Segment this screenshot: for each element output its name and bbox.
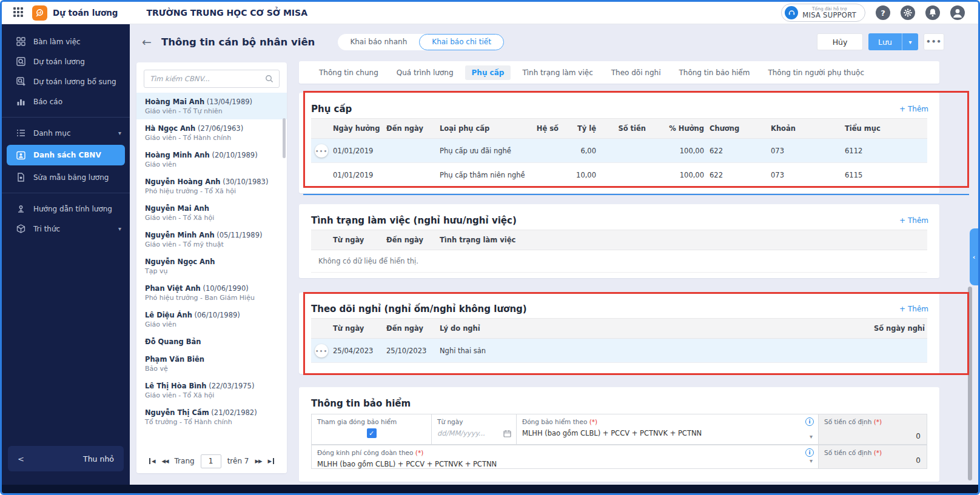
- pagination-prev-icon[interactable]: ◀◀: [161, 458, 168, 464]
- section-bao-hiem: Thông tin bảo hiểm Tham gia đóng bảo hiể…: [299, 387, 939, 482]
- sidebar-item-danh-muc[interactable]: Danh mục ▾: [2, 123, 130, 143]
- pagination-last-icon[interactable]: ▶: [268, 458, 275, 464]
- section-title: Theo dõi nghỉ (nghỉ ốm/nghỉ không lương): [311, 304, 527, 314]
- list-item[interactable]: Nguyễn Ngọc Anh Tạp vụ: [136, 253, 287, 279]
- save-split-button[interactable]: Lưu ▾: [868, 33, 918, 50]
- add-allowance-button[interactable]: + Thêm: [899, 105, 928, 113]
- catalog-list-icon: [16, 128, 25, 138]
- sidebar-item-sua-mau-bang-luong[interactable]: Sửa mẫu bảng lương: [2, 167, 130, 187]
- sidebar-item-ban-lam-viec[interactable]: Bàn làm việc: [2, 32, 130, 51]
- list-item[interactable]: Phạm Văn Biên Bảo vệ: [136, 350, 287, 377]
- calendar-icon[interactable]: [503, 430, 511, 439]
- fixed-amount-input[interactable]: 0: [916, 432, 921, 440]
- save-options-chevron-icon[interactable]: ▾: [902, 33, 918, 50]
- sidebar-item-du-toan-luong-bo-sung[interactable]: Dự toán lương bổ sung: [2, 71, 130, 91]
- info-icon[interactable]: i: [805, 417, 814, 426]
- panel-collapse-handle[interactable]: ‹: [970, 228, 978, 285]
- sidebar-collapse-button[interactable]: < Thu nhỏ: [8, 446, 124, 471]
- sidebar-item-huong-dan-tinh-luong[interactable]: Hướng dẫn tính lương: [2, 199, 130, 219]
- save-button[interactable]: Lưu: [868, 33, 902, 50]
- tab-phu-cap[interactable]: Phụ cấp: [465, 65, 511, 80]
- field-label: Số tiền cố định (*): [824, 449, 921, 456]
- chevron-left-icon: ‹: [973, 253, 976, 261]
- insurance-checkbox[interactable]: ✓: [367, 428, 377, 438]
- sidebar-item-du-toan-luong[interactable]: Dự toán lương: [2, 51, 130, 71]
- tab-thong-tin-bao-hiem[interactable]: Thông tin bảo hiểm: [672, 65, 756, 80]
- knowledge-cube-icon: [16, 224, 25, 234]
- sidebar-item-label: Hướng dẫn tính lương: [33, 205, 112, 213]
- list-item[interactable]: Lê Diệu Ánh (06/10/1989) Giáo viên: [136, 306, 287, 333]
- more-options-button[interactable]: •••: [924, 33, 944, 50]
- headset-icon: [785, 6, 798, 19]
- app-launcher-grid-icon[interactable]: [13, 7, 24, 18]
- sidebar-item-label: Sửa mẫu bảng lương: [33, 173, 109, 182]
- back-arrow-icon[interactable]: ←: [142, 35, 152, 48]
- list-item[interactable]: Nguyễn Hoàng Anh (30/10/1983) Phó hiệu t…: [136, 173, 287, 199]
- list-item[interactable]: Hà Ngọc Anh (27/06/1963) Giáo viên - Tổ …: [136, 119, 287, 146]
- pagination-first-icon[interactable]: ◀: [149, 458, 156, 464]
- help-icon[interactable]: ?: [876, 5, 890, 20]
- section-theo-doi-nghi: Theo dõi nghỉ (nghỉ ốm/nghỉ không lương)…: [299, 293, 939, 374]
- pagination-next-icon[interactable]: ▶▶: [255, 458, 261, 464]
- list-item[interactable]: Nguyễn Minh Anh (05/11/1989) Giáo viên -…: [136, 226, 287, 253]
- sidebar-item-label: Danh sách CBNV: [33, 151, 101, 159]
- select-caret-icon[interactable]: ▾: [810, 457, 813, 464]
- row-menu-icon[interactable]: •••: [315, 344, 328, 357]
- sidebar-item-label: Dự toán lương bổ sung: [33, 78, 116, 86]
- list-item[interactable]: Nguyễn Mai Anh Giáo viên - Tổ Xã hội: [136, 199, 287, 226]
- tab-qua-trinh-luong[interactable]: Quá trình lương: [390, 65, 460, 80]
- mode-khai-bao-chi-tiet[interactable]: Khai báo chi tiết: [419, 34, 504, 50]
- section-title: Thông tin bảo hiểm: [311, 398, 411, 409]
- field-label: Tham gia đóng bảo hiểm: [317, 418, 426, 425]
- cancel-button[interactable]: Hủy: [817, 33, 863, 50]
- date-input[interactable]: dd/MM/yyyy...: [437, 429, 511, 437]
- settings-gear-icon[interactable]: [901, 5, 915, 20]
- divider: [2, 193, 130, 193]
- tab-theo-doi-nghi[interactable]: Theo dõi nghỉ: [605, 65, 668, 80]
- user-avatar[interactable]: [950, 5, 965, 20]
- notifications-bell-icon[interactable]: [925, 5, 940, 20]
- tab-tinh-trang-lam-viec[interactable]: Tình trạng làm việc: [515, 65, 599, 80]
- fixed-amount-input[interactable]: 0: [916, 456, 921, 465]
- pagination-total: trên 7: [227, 457, 249, 465]
- template-edit-icon: [16, 173, 25, 182]
- pagination-page-input[interactable]: [201, 454, 221, 468]
- search-input[interactable]: [150, 75, 265, 83]
- sidebar-item-tri-thuc[interactable]: Tri thức ▾: [2, 219, 130, 239]
- list-item[interactable]: Nguyễn Thị Cầm (21/02/1982) Tổ trưởng - …: [136, 404, 287, 430]
- employee-list: Hoàng Mai Anh (13/04/1989) Giáo viên - T…: [136, 93, 287, 449]
- employee-list-scrollbar[interactable]: [283, 118, 286, 158]
- mode-khai-bao-nhanh[interactable]: Khai báo nhanh: [338, 34, 419, 50]
- info-icon[interactable]: i: [805, 448, 814, 457]
- list-item[interactable]: Phan Việt Anh (10/06/1990) Phó hiệu trưở…: [136, 279, 287, 306]
- insurance-basis-select[interactable]: MLHH (bao gồm CLBL) + PCCV + PCTNVK + PC…: [522, 429, 813, 437]
- sidebar-item-bao-cao[interactable]: Báo cáo: [2, 91, 130, 111]
- table-row[interactable]: ••• 01/01/2019 Phụ cấp ưu đãi nghề 6,00 …: [311, 139, 927, 163]
- list-item[interactable]: Hoàng Minh Anh (20/10/1989) Giáo viên: [136, 146, 287, 173]
- tab-thong-tin-chung[interactable]: Thông tin chung: [312, 65, 385, 80]
- list-item[interactable]: Hoàng Mai Anh (13/04/1989) Giáo viên - T…: [136, 93, 287, 119]
- table-row[interactable]: ••• 25/04/2023 25/10/2023 Nghỉ thai sản: [311, 339, 927, 363]
- empty-message: Không có dữ liệu để hiển thị.: [311, 250, 927, 273]
- select-caret-icon[interactable]: ▾: [810, 433, 813, 440]
- page-scrollbar-thumb[interactable]: [968, 287, 972, 480]
- sidebar-item-label: Tri thức: [33, 225, 60, 233]
- leave-table: Từ ngày Đến ngày Lý do nghỉ Số ngày nghỉ…: [311, 318, 927, 363]
- list-item[interactable]: Lê Thị Hòa Bình (22/03/1975) Giáo viên -…: [136, 377, 287, 404]
- field-label: Từ ngày: [437, 418, 511, 425]
- add-leave-button[interactable]: + Thêm: [899, 305, 928, 313]
- sidebar-item-danh-sach-cbnv[interactable]: Danh sách CBNV: [7, 145, 125, 165]
- union-fee-basis-select[interactable]: MLHH (bao gồm CLBL) + PCCV + PCTNVK + PC…: [317, 460, 813, 468]
- table-row[interactable]: 01/01/2019 Phụ cấp thâm niên nghề 10,00 …: [311, 163, 927, 187]
- bottom-bar: [2, 485, 978, 493]
- employee-search: [144, 70, 280, 88]
- page-title: Thông tin cán bộ nhân viên: [161, 36, 315, 48]
- add-status-button[interactable]: + Thêm: [899, 216, 928, 225]
- tab-thong-tin-nguoi-phu-thuoc[interactable]: Thông tin người phụ thuộc: [761, 65, 871, 80]
- support-hotline-button[interactable]: Tổng đài hỗ trợ MISA SUPPORT: [781, 4, 865, 22]
- section-title: Tình trạng làm việc (nghỉ hưu/nghỉ việc): [311, 215, 517, 226]
- row-menu-icon[interactable]: •••: [315, 144, 328, 158]
- list-item[interactable]: Đỗ Quang Bản: [136, 333, 287, 350]
- section-tinh-trang: Tình trạng làm việc (nghỉ hưu/nghỉ việc)…: [299, 204, 939, 278]
- sidebar-item-label: Bàn làm việc: [33, 38, 81, 46]
